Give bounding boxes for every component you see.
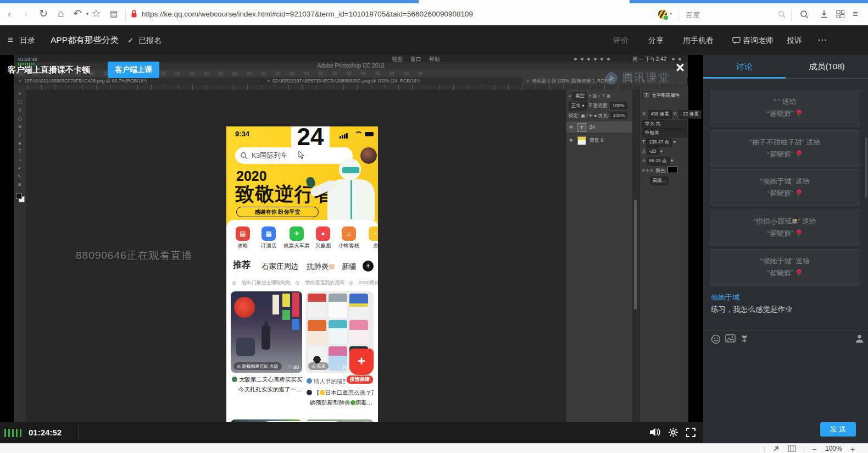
rose-icon xyxy=(795,189,803,197)
toolbar-divider xyxy=(678,9,678,21)
neon-sign xyxy=(272,295,279,314)
active-tab-underline xyxy=(703,77,786,79)
complain-button[interactable]: 投诉 xyxy=(787,25,802,55)
favorite-star-icon[interactable]: ☆ xyxy=(89,5,103,22)
chat-bubble-icon[interactable] xyxy=(732,37,741,45)
like-count: ♡ 90 xyxy=(287,364,299,370)
search-engine-field[interactable]: 百度 xyxy=(686,10,700,20)
guide-icon: ▤ xyxy=(236,226,250,241)
browser-menu-icon[interactable]: ≡ xyxy=(853,9,858,20)
video-player-surface[interactable]: 视图 窗口 帮助 周一 下午2:42 Adobe Photoshop CC 20… xyxy=(0,55,703,422)
image-upload-icon[interactable] xyxy=(725,334,736,345)
inn-icon: ⌂ xyxy=(342,226,356,241)
like-count: ♡ 26 xyxy=(336,364,347,370)
mask-product xyxy=(349,294,368,318)
refresh-icon[interactable]: ↻ xyxy=(36,5,51,22)
app-search-bar: K3国际列车 xyxy=(235,147,353,164)
location-tag: ◎ 东京 xyxy=(308,362,329,370)
feed-caption: 今天扎扎实实的逛了一… xyxy=(238,386,304,394)
tab-members[interactable]: 成员(108) xyxy=(786,55,868,78)
font-size-field: 138.47 点 xyxy=(646,138,672,147)
neon-sign xyxy=(282,310,290,320)
poster-avatar xyxy=(232,377,237,382)
pedestrian-head xyxy=(264,321,269,326)
extension-caret-icon[interactable]: ▾ xyxy=(670,11,672,16)
chat-message-text: 练习，我怎么感觉是作业 xyxy=(711,305,793,314)
feed-caption: 【日本口罩怎么选？正 xyxy=(307,389,374,397)
tab-discussion[interactable]: 讨论 xyxy=(703,55,786,78)
category-circle: ● 兴趣圈 xyxy=(310,226,336,250)
rose-icon xyxy=(795,109,803,118)
close-banner-icon[interactable]: × xyxy=(676,59,685,76)
fist-icon xyxy=(329,264,335,269)
mask-product xyxy=(349,320,368,344)
chat-username[interactable]: 倾她于城 xyxy=(711,292,739,302)
layout-grid-icon[interactable] xyxy=(788,445,796,452)
catalog-menu-icon[interactable]: ≡ xyxy=(8,25,13,55)
statusbar-divider: | xyxy=(803,445,805,452)
elapsed-time: 01:24:52 xyxy=(29,428,62,437)
font-family-field: 苹方-简 xyxy=(642,120,687,129)
find-in-page-icon[interactable] xyxy=(800,10,809,19)
home-icon[interactable]: ⌂ xyxy=(54,5,68,22)
rate-button[interactable]: 评价 xyxy=(613,25,628,55)
ps-properties-panel: T 文字图层属性 X: 496 像素 Y: -22 像素 苹方-简 中粗体 T … xyxy=(639,87,688,422)
open-external-icon[interactable] xyxy=(772,445,780,452)
tab-divider xyxy=(786,78,868,79)
ps-scrollbar xyxy=(634,200,637,310)
feed-caption: 大阪第二天心斋桥买买买 xyxy=(232,376,303,384)
gift-message: “倾她于城” 送给 “翟晓辉” xyxy=(710,249,860,286)
status-time: 9:34 xyxy=(235,130,249,138)
category-hotel: ▦ 订酒店 xyxy=(255,226,282,250)
teacher-only-icon[interactable] xyxy=(855,334,864,345)
download-icon[interactable] xyxy=(820,10,828,19)
feed-caption: 确预防新型肺炎病毒… xyxy=(310,399,375,407)
feed-tab-recommend: 推荐 xyxy=(233,259,251,271)
apps-grid-icon[interactable] xyxy=(836,10,845,19)
mouse-cursor xyxy=(298,151,305,160)
zoom-in-icon[interactable]: + xyxy=(850,445,855,453)
search-icon xyxy=(240,152,248,159)
back-icon[interactable]: ‹ xyxy=(2,5,16,22)
chat-input[interactable] xyxy=(703,346,868,418)
poster-avatar xyxy=(307,390,312,395)
url-bar[interactable]: https://ke.qq.com/webcourse/index.html#c… xyxy=(142,10,473,18)
tracking-field: -20 xyxy=(647,147,659,155)
tickets-icon: ✈ xyxy=(290,226,304,241)
watch-on-phone-button[interactable]: 用手机看 xyxy=(683,25,714,55)
app-avatar xyxy=(360,147,377,164)
emoji-icon[interactable] xyxy=(711,334,721,346)
open-client-button[interactable]: 客户端上课 xyxy=(108,62,159,78)
gift-flower-icon[interactable] xyxy=(741,334,748,346)
category-inn: ⌂ 小蜂客栈 xyxy=(336,226,362,250)
settings-gear-icon[interactable] xyxy=(668,427,678,438)
catalog-label[interactable]: 目录 xyxy=(20,25,35,55)
fullscreen-icon[interactable] xyxy=(686,427,696,438)
enrolled-label: 已报名 xyxy=(138,25,162,55)
browser-extension-bee-icon[interactable] xyxy=(658,10,667,19)
clover-icon xyxy=(792,218,798,224)
forward-icon[interactable]: › xyxy=(19,5,33,22)
zoom-level[interactable]: 100% xyxy=(825,445,842,452)
search-icon[interactable] xyxy=(778,10,786,19)
ps-toolbox: + □ ℓ ◇ ✕ / ♦ T ○ ◐ ↖ ≡ xyxy=(14,90,26,200)
consult-teacher-button[interactable]: 咨询老师 xyxy=(743,25,774,55)
chat-scrollbar[interactable] xyxy=(865,137,867,198)
reading-list-icon[interactable]: ▤ xyxy=(107,5,121,22)
circle-icon: ● xyxy=(316,226,330,241)
zoom-out-icon[interactable]: − xyxy=(812,445,816,453)
neon-sign xyxy=(282,294,290,307)
ps-ruler xyxy=(14,85,688,90)
send-button[interactable]: 发 送 xyxy=(820,422,856,437)
browser-toolbar: ‹ › ↻ ⌂ ↶ ▾ ☆ ▤ https://ke.qq.com/webcou… xyxy=(0,3,868,26)
add-tab-icon: + xyxy=(363,261,374,272)
blend-mode: 正常 ▾ xyxy=(569,102,587,111)
text-color-swatch xyxy=(667,167,677,173)
hazmat-zipper xyxy=(350,180,352,219)
banner-subtitle: 感谢有你 盼你平安 xyxy=(236,207,319,217)
share-button[interactable]: 分享 xyxy=(648,25,664,55)
more-button[interactable]: ⋯ xyxy=(817,25,827,55)
epidemic-badge-label: 疫情保障 xyxy=(346,375,374,384)
hazmat-goggles xyxy=(341,166,360,174)
speaker-icon[interactable] xyxy=(649,427,661,437)
